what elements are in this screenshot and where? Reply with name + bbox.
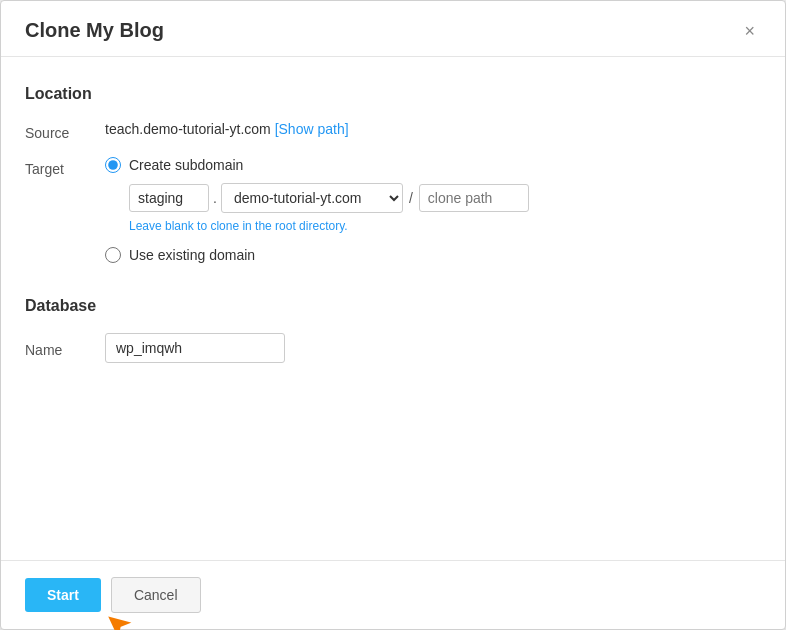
dialog-title: Clone My Blog <box>25 19 164 42</box>
database-section-title: Database <box>25 297 761 315</box>
start-button[interactable]: Start <box>25 578 101 612</box>
slash-separator: / <box>403 190 419 206</box>
dot-separator: . <box>209 190 221 206</box>
hint-text: Leave blank to clone in the root directo… <box>129 219 761 233</box>
use-existing-row: Use existing domain <box>105 247 761 263</box>
source-label: Source <box>25 121 105 141</box>
source-value: teach.demo-tutorial-yt.com <box>105 117 271 137</box>
dialog-body: Location Source teach.demo-tutorial-yt.c… <box>1 57 785 560</box>
create-subdomain-radio[interactable] <box>105 157 121 173</box>
source-content: teach.demo-tutorial-yt.com [Show path] <box>105 121 761 137</box>
create-subdomain-row: Create subdomain <box>105 157 761 173</box>
use-existing-radio[interactable] <box>105 247 121 263</box>
cancel-button[interactable]: Cancel <box>111 577 201 613</box>
target-label: Target <box>25 157 105 177</box>
db-name-row: Name <box>25 333 761 363</box>
location-section: Location Source teach.demo-tutorial-yt.c… <box>25 85 761 273</box>
clone-path-input[interactable] <box>419 184 529 212</box>
create-subdomain-label[interactable]: Create subdomain <box>129 157 243 173</box>
subdomain-inputs: . demo-tutorial-yt.comdemo-tutorial-yt.n… <box>129 183 761 213</box>
source-field-row: Source teach.demo-tutorial-yt.com [Show … <box>25 121 761 141</box>
use-existing-label[interactable]: Use existing domain <box>129 247 255 263</box>
subdomain-input[interactable] <box>129 184 209 212</box>
db-name-input[interactable] <box>105 333 285 363</box>
db-name-label: Name <box>25 338 105 358</box>
show-path-link[interactable]: [Show path] <box>275 121 349 137</box>
target-field-row: Target Create subdomain . demo-tutorial-… <box>25 157 761 273</box>
dialog-footer: Start Cancel ➤ <box>1 560 785 629</box>
database-section: Database Name <box>25 297 761 363</box>
clone-dialog: Clone My Blog × Location Source teach.de… <box>0 0 786 630</box>
close-button[interactable]: × <box>738 20 761 42</box>
dialog-header: Clone My Blog × <box>1 1 785 57</box>
target-content: Create subdomain . demo-tutorial-yt.comd… <box>105 157 761 273</box>
domain-select[interactable]: demo-tutorial-yt.comdemo-tutorial-yt.net <box>221 183 403 213</box>
location-section-title: Location <box>25 85 761 103</box>
